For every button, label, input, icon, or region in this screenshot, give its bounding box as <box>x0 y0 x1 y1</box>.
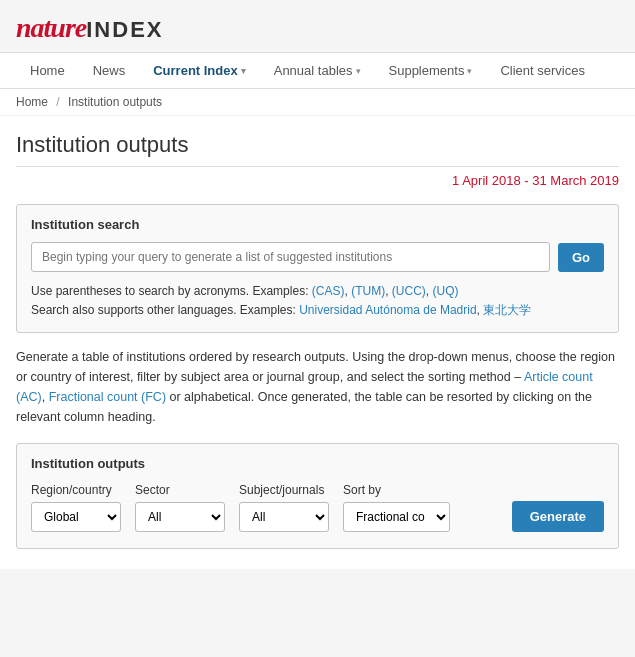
help-uq-link[interactable]: (UQ) <box>432 284 458 298</box>
subject-label: Subject/journals <box>239 483 329 497</box>
institution-search-input[interactable] <box>31 242 550 272</box>
breadcrumb-separator: / <box>56 95 59 109</box>
search-help: Use parentheses to search by acronyms. E… <box>31 282 604 320</box>
help-tohoku-link[interactable]: 東北大学 <box>483 303 531 317</box>
breadcrumb-home-link[interactable]: Home <box>16 95 48 109</box>
main-nav: Home News Current Index ▾ Annual tables … <box>0 53 635 89</box>
chevron-down-icon: ▾ <box>241 66 246 76</box>
generate-button[interactable]: Generate <box>512 501 604 532</box>
nav-news[interactable]: News <box>79 53 140 88</box>
help-cas-link[interactable]: (CAS) <box>312 284 345 298</box>
filter-box-title: Institution outputs <box>31 456 604 471</box>
header: nature INDEX <box>0 0 635 53</box>
nav-annual-tables[interactable]: Annual tables ▾ <box>260 53 375 88</box>
filter-row: Region/country Global Sector All Subject… <box>31 483 604 532</box>
breadcrumb: Home / Institution outputs <box>0 89 635 116</box>
go-button[interactable]: Go <box>558 243 604 272</box>
breadcrumb-current: Institution outputs <box>68 95 162 109</box>
page-title: Institution outputs <box>16 132 619 167</box>
institution-outputs-filter-box: Institution outputs Region/country Globa… <box>16 443 619 549</box>
search-row: Go <box>31 242 604 272</box>
chevron-down-icon: ▾ <box>356 66 361 76</box>
sort-select[interactable]: Fractional co <box>343 502 450 532</box>
search-box-title: Institution search <box>31 217 604 232</box>
description-text: Generate a table of institutions ordered… <box>16 347 619 427</box>
sector-filter-group: Sector All <box>135 483 225 532</box>
nav-home[interactable]: Home <box>16 53 79 88</box>
fractional-count-link[interactable]: Fractional count (FC) <box>49 390 166 404</box>
sort-label: Sort by <box>343 483 450 497</box>
help-madrid-link[interactable]: Universidad Autónoma de Madrid <box>299 303 476 317</box>
region-label: Region/country <box>31 483 121 497</box>
date-range: 1 April 2018 - 31 March 2019 <box>16 173 619 188</box>
sector-label: Sector <box>135 483 225 497</box>
subject-select[interactable]: All <box>239 502 329 532</box>
chevron-down-icon: ▾ <box>467 66 472 76</box>
main-content: Institution outputs 1 April 2018 - 31 Ma… <box>0 116 635 569</box>
nav-client-services[interactable]: Client services <box>486 53 599 88</box>
subject-filter-group: Subject/journals All <box>239 483 329 532</box>
region-select[interactable]: Global <box>31 502 121 532</box>
help-line1-prefix: Use parentheses to search by acronyms. E… <box>31 284 312 298</box>
nav-supplements[interactable]: Supplements ▾ <box>375 53 487 88</box>
logo-index: INDEX <box>86 17 163 43</box>
sector-select[interactable]: All <box>135 502 225 532</box>
logo-nature: nature <box>16 12 86 44</box>
logo: nature INDEX <box>16 12 619 44</box>
help-ucc-link[interactable]: (UCC) <box>392 284 426 298</box>
sort-filter-group: Sort by Fractional co <box>343 483 450 532</box>
region-filter-group: Region/country Global <box>31 483 121 532</box>
help-line2-prefix: Search also supports other languages. Ex… <box>31 303 299 317</box>
help-tum-link[interactable]: (TUM) <box>351 284 385 298</box>
filter-actions: Generate <box>512 501 604 532</box>
institution-search-box: Institution search Go Use parentheses to… <box>16 204 619 333</box>
nav-current-index[interactable]: Current Index ▾ <box>139 53 260 88</box>
